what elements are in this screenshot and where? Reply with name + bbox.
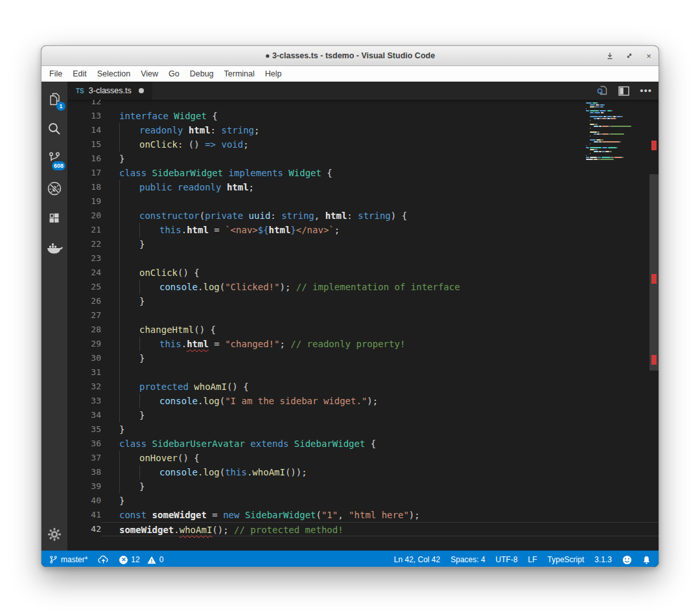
- typescript-file-icon: TS: [76, 87, 84, 95]
- modified-dot-icon[interactable]: [139, 88, 144, 93]
- branch-icon: [49, 555, 58, 564]
- code-line-29[interactable]: 29this.html = "changed!"; // readonly pr…: [67, 337, 659, 351]
- indent-guide: [119, 137, 139, 152]
- indent-guide: [119, 180, 139, 194]
- code-line-16[interactable]: 16}: [67, 152, 659, 166]
- cursor-position-indicator[interactable]: Ln 42, Col 42: [394, 555, 440, 564]
- line-number: 37: [67, 451, 101, 465]
- code-line-17[interactable]: 17class SidebarWidget implements Widget …: [67, 166, 659, 180]
- line-number: 25: [67, 280, 101, 294]
- branch-name: master*: [61, 555, 88, 564]
- line-content: }: [101, 237, 659, 251]
- code-line-36[interactable]: 36class SidebarUserAvatar extends Sideba…: [67, 437, 659, 451]
- menu-item-help[interactable]: Help: [260, 67, 287, 80]
- line-number: 22: [67, 237, 101, 251]
- code-line-42[interactable]: 42someWidget.whoAmI(); // protected meth…: [67, 522, 659, 536]
- scrollbar[interactable]: [649, 100, 659, 551]
- split-editor-icon[interactable]: [618, 86, 629, 96]
- more-actions-icon[interactable]: •••: [640, 87, 652, 94]
- code-line-38[interactable]: 38console.log(this.whoAmI());: [67, 465, 659, 479]
- line-content: this.html = "changed!"; // readonly prop…: [101, 337, 659, 351]
- line-content: class SidebarWidget implements Widget {: [101, 166, 659, 180]
- indent-guide: [119, 351, 139, 365]
- sync-button[interactable]: [98, 555, 109, 564]
- code-line-28[interactable]: 28changeHtml() {: [67, 323, 659, 337]
- code-line-27[interactable]: 27: [67, 308, 659, 323]
- code-line-20[interactable]: 20constructor(private uuid: string, html…: [67, 209, 659, 223]
- indent-guide: [119, 209, 139, 223]
- line-number: 13: [67, 109, 101, 123]
- indent-guide: [139, 465, 159, 479]
- code-line-13[interactable]: 13interface Widget {: [67, 109, 659, 123]
- maximize-button[interactable]: [625, 51, 634, 60]
- code-line-14[interactable]: 14readonly html: string;: [67, 123, 659, 137]
- code-line-26[interactable]: 26}: [67, 294, 659, 308]
- no-debug-icon: [46, 180, 63, 197]
- indentation-indicator[interactable]: Spaces: 4: [450, 555, 485, 564]
- notifications-button[interactable]: [642, 555, 651, 565]
- code-line-12[interactable]: 12: [67, 100, 659, 109]
- line-content: interface Widget {: [101, 109, 659, 123]
- line-number: 15: [67, 137, 101, 152]
- sidebar-item-debug-disabled[interactable]: [41, 174, 67, 203]
- line-content: }: [101, 479, 659, 494]
- sidebar-item-extensions[interactable]: [41, 203, 67, 233]
- line-content: onHover() {: [101, 451, 659, 465]
- line-content: }: [101, 494, 659, 508]
- sidebar-item-search[interactable]: [41, 114, 67, 144]
- encoding-indicator[interactable]: UTF-8: [496, 555, 518, 564]
- menu-item-go[interactable]: Go: [163, 67, 185, 80]
- activity-bar: 1 608: [41, 82, 67, 551]
- code-line-40[interactable]: 40}: [67, 494, 659, 508]
- sidebar-item-source-control[interactable]: 608: [41, 144, 67, 174]
- code-line-15[interactable]: 15onClick: () => void;: [67, 137, 659, 152]
- ts-version-indicator[interactable]: 3.1.3: [594, 555, 612, 564]
- line-number: 39: [67, 479, 101, 494]
- error-count: 12: [131, 555, 139, 564]
- close-button[interactable]: ×: [644, 51, 653, 60]
- language-indicator[interactable]: TypeScript: [548, 555, 585, 564]
- menu-item-edit[interactable]: Edit: [67, 67, 92, 80]
- minimap[interactable]: [586, 100, 638, 162]
- indent-guide: [119, 294, 139, 308]
- code-line-33[interactable]: 33console.log("I am the sidebar widget."…: [67, 394, 659, 408]
- code-line-23[interactable]: 23: [67, 251, 659, 266]
- code-editor[interactable]: 1213interface Widget {14readonly html: s…: [67, 100, 659, 551]
- code-line-19[interactable]: 19: [67, 194, 659, 209]
- eol-indicator[interactable]: LF: [528, 555, 537, 564]
- warning-count: 0: [159, 555, 164, 564]
- code-line-35[interactable]: 35}: [67, 422, 659, 437]
- menu-item-selection[interactable]: Selection: [92, 67, 135, 80]
- code-line-34[interactable]: 34}: [67, 408, 659, 422]
- tab-3-classes-ts[interactable]: TS 3-classes.ts: [67, 82, 152, 100]
- scrollbar-slider[interactable]: [649, 174, 659, 371]
- code-line-32[interactable]: 32protected whoAmI() {: [67, 380, 659, 394]
- file-search-icon[interactable]: [596, 85, 608, 97]
- menu-item-debug[interactable]: Debug: [185, 67, 219, 80]
- git-branch-indicator[interactable]: master*: [49, 555, 88, 564]
- indent-guide: [139, 223, 159, 237]
- line-content: [101, 365, 659, 380]
- code-line-21[interactable]: 21this.html = `<nav>${html}</nav>`;: [67, 223, 659, 237]
- sidebar-item-explorer[interactable]: 1: [41, 84, 67, 114]
- problems-indicator[interactable]: ✕ 12 ! 0: [119, 555, 163, 564]
- feedback-button[interactable]: [622, 555, 632, 565]
- minimize-button[interactable]: [605, 51, 614, 60]
- sidebar-item-docker[interactable]: [41, 233, 67, 263]
- manage-button[interactable]: [41, 521, 67, 548]
- menu-item-view[interactable]: View: [135, 67, 163, 80]
- code-line-22[interactable]: 22}: [67, 237, 659, 251]
- line-content: [101, 308, 659, 323]
- menu-item-file[interactable]: File: [44, 67, 67, 80]
- code-line-31[interactable]: 31: [67, 365, 659, 380]
- menu-item-terminal[interactable]: Terminal: [219, 67, 260, 80]
- code-line-39[interactable]: 39}: [67, 479, 659, 494]
- title-bar[interactable]: ● 3-classes.ts - tsdemo - Visual Studio …: [41, 46, 659, 66]
- code-line-25[interactable]: 25console.log("Clicked!"); // implementa…: [67, 280, 659, 294]
- code-line-37[interactable]: 37onHover() {: [67, 451, 659, 465]
- code-line-30[interactable]: 30}: [67, 351, 659, 365]
- line-content: const someWidget = new SidebarWidget("1"…: [101, 508, 659, 522]
- code-line-41[interactable]: 41const someWidget = new SidebarWidget("…: [67, 508, 659, 522]
- code-line-18[interactable]: 18public readonly html;: [67, 180, 659, 194]
- code-line-24[interactable]: 24onClick() {: [67, 266, 659, 280]
